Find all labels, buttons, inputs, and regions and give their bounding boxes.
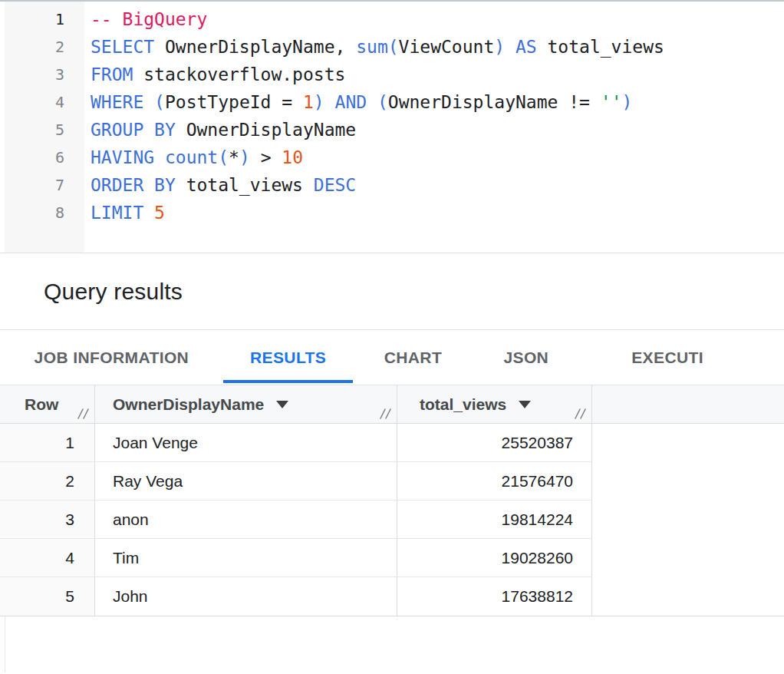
sql-token-plain: OwnerDisplayName, [154, 37, 356, 57]
sql-token-keyword: sum [356, 37, 388, 57]
column-resize-handle[interactable] [574, 406, 588, 420]
column-header-label: Row [25, 395, 58, 414]
line-number: 8 [5, 199, 64, 226]
tab-job-information[interactable]: JOB INFORMATION [21, 330, 202, 385]
row-number-cell: 5 [0, 577, 95, 616]
code-line-4: WHERE (PostTypeId = 1) AND (OwnerDisplay… [91, 88, 784, 116]
sql-token-keyword: FROM [91, 64, 133, 84]
column-header-row[interactable]: Row [0, 385, 95, 423]
sql-token-keyword: ) [494, 37, 505, 57]
column-dropdown-arrow-icon[interactable] [519, 401, 531, 408]
sql-token-number: 10 [282, 147, 303, 167]
sql-token-keyword: AND [335, 92, 367, 112]
line-number: 5 [5, 116, 64, 144]
column-resize-handle[interactable] [77, 406, 91, 420]
sql-token-plain [154, 147, 165, 167]
sql-token-plain [367, 92, 377, 112]
sql-token-plain: total_views [176, 175, 314, 195]
total-views-cell: 19814224 [397, 501, 592, 539]
owner-display-name-cell: Tim [95, 539, 397, 577]
sql-token-keyword: LIMIT [91, 203, 143, 223]
column-header-label: OwnerDisplayName [113, 395, 264, 414]
owner-display-name-cell: anon [95, 501, 397, 539]
panel-edge-line [5, 616, 5, 672]
row-number-cell: 4 [0, 539, 95, 577]
sql-token-plain: total_views [537, 37, 664, 57]
row-filler [592, 462, 784, 501]
column-resize-handle[interactable] [379, 406, 393, 420]
tab-json[interactable]: JSON [473, 330, 579, 385]
sql-token-plain: * [229, 147, 239, 167]
sql-token-keyword: ( [154, 92, 165, 112]
sql-token-plain [143, 92, 154, 112]
sql-token-keyword: AS [516, 37, 537, 57]
sql-token-plain: OwnerDisplayName != [388, 92, 601, 112]
sql-token-keyword: ORDER BY [91, 175, 176, 195]
column-dropdown-arrow-icon[interactable] [276, 401, 288, 408]
column-header-total-views[interactable]: total_views [397, 385, 592, 423]
tab-label: JOB INFORMATION [35, 349, 189, 367]
sql-token-plain: ViewCount [399, 37, 495, 57]
table-row: 3anon19814224 [0, 501, 784, 539]
sql-token-keyword: HAVING [91, 147, 154, 167]
table-row: 1Joan Venge25520387 [0, 424, 784, 462]
table-header-filler [592, 385, 784, 423]
tab-label: RESULTS [250, 349, 326, 367]
total-views-cell: 17638812 [397, 577, 592, 616]
column-header-label: total_views [420, 395, 506, 414]
line-number-gutter: 12345678 [5, 2, 84, 253]
row-number-cell: 2 [0, 462, 95, 501]
row-filler [592, 577, 784, 616]
owner-display-name-cell: Ray Vega [95, 462, 397, 501]
table-body: 1Joan Venge255203872Ray Vega215764703ano… [0, 424, 784, 616]
sql-token-number: 5 [154, 203, 165, 223]
sql-token-keyword: SELECT [91, 37, 154, 57]
owner-display-name-cell: Joan Venge [95, 424, 397, 462]
code-line-3: FROM stackoverflow.posts [91, 61, 784, 88]
sql-token-keyword: WHERE [91, 92, 143, 112]
sql-token-keyword: count [165, 147, 218, 167]
column-header-ownerdisplayname[interactable]: OwnerDisplayName [95, 385, 397, 423]
line-number: 1 [5, 5, 64, 33]
tab-executi[interactable]: EXECUTI [579, 330, 784, 385]
sql-token-plain: > [250, 147, 282, 167]
line-number: 6 [5, 144, 64, 171]
sql-editor[interactable]: 12345678 -- BigQuerySELECT OwnerDisplayN… [0, 0, 784, 253]
code-line-6: HAVING count(*) > 10 [91, 144, 784, 171]
code-line-1: -- BigQuery [91, 5, 784, 33]
tab-label: EXECUTI [631, 349, 703, 367]
sql-token-keyword: GROUP BY [91, 120, 176, 140]
tab-label: CHART [384, 349, 443, 367]
sql-code-area[interactable]: -- BigQuerySELECT OwnerDisplayName, sum(… [84, 2, 784, 253]
tab-chart[interactable]: CHART [353, 330, 473, 385]
tab-results[interactable]: RESULTS [223, 330, 354, 385]
row-filler [592, 501, 784, 539]
sql-token-keyword: ( [218, 147, 229, 167]
sql-token-number: 1 [303, 92, 314, 112]
table-header-row: RowOwnerDisplayNametotal_views [0, 385, 784, 424]
total-views-cell: 21576470 [397, 462, 592, 501]
results-panel-footer-space [0, 616, 784, 672]
owner-display-name-cell: John [95, 577, 397, 616]
sql-token-plain: stackoverflow.posts [133, 64, 345, 84]
sql-token-plain [143, 203, 154, 223]
sql-token-plain: OwnerDisplayName [176, 120, 356, 140]
sql-token-keyword: ) [239, 147, 250, 167]
code-line-8: LIMIT 5 [91, 199, 784, 226]
tab-label: JSON [503, 349, 548, 367]
sql-token-keyword: DESC [314, 175, 356, 195]
row-number-cell: 3 [0, 501, 95, 539]
code-line-2: SELECT OwnerDisplayName, sum(ViewCount) … [91, 33, 784, 61]
line-number: 7 [5, 171, 64, 199]
sql-token-plain: PostTypeId = [165, 92, 303, 112]
code-line-7: ORDER BY total_views DESC [91, 171, 784, 199]
row-number-cell: 1 [0, 424, 95, 462]
sql-token-plain [324, 92, 335, 112]
row-filler [592, 539, 784, 577]
line-number: 2 [5, 33, 64, 61]
rows-host: 1Joan Venge255203872Ray Vega215764703ano… [0, 424, 784, 616]
table-row: 2Ray Vega21576470 [0, 462, 784, 501]
sql-token-keyword: ) [621, 92, 632, 112]
sql-token-keyword: ( [388, 37, 399, 57]
sql-token-comment: -- BigQuery [91, 9, 207, 29]
